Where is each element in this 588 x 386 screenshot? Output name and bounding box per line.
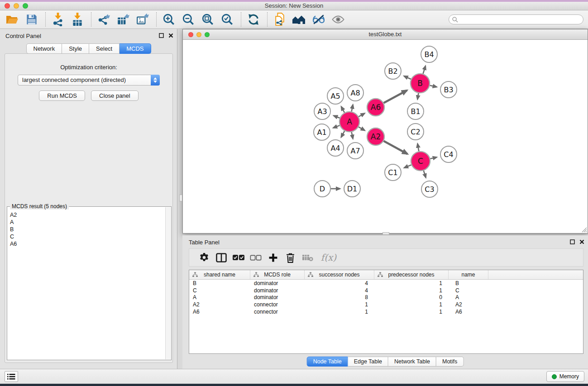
node-B1[interactable]: B1 bbox=[407, 103, 424, 119]
tab-edge-table[interactable]: Edge Table bbox=[348, 357, 388, 367]
panel-divider-grip[interactable] bbox=[382, 232, 389, 235]
table-cell[interactable]: 1 bbox=[374, 280, 449, 286]
criterion-dropdown[interactable]: largest connected component (directed) bbox=[18, 75, 160, 86]
node-D1[interactable]: D1 bbox=[344, 181, 360, 197]
node-A6[interactable]: A6 bbox=[367, 99, 384, 116]
close-window-button[interactable] bbox=[5, 3, 10, 9]
table-cell[interactable]: A2 bbox=[449, 301, 488, 308]
node-B4[interactable]: B4 bbox=[421, 46, 437, 62]
function-builder-icon[interactable]: f(x) bbox=[316, 251, 339, 264]
table-cell[interactable]: dominator bbox=[250, 287, 305, 294]
settings-gear-icon[interactable] bbox=[196, 251, 213, 264]
network-canvas[interactable]: B4B2BB3B1A6A5A8A3AA1A4A7A2C2CC4C1C3DD1 bbox=[183, 40, 588, 233]
home-icon[interactable] bbox=[292, 12, 307, 27]
column-header-shared-name[interactable]: shared name bbox=[189, 270, 250, 279]
export-network-icon[interactable] bbox=[96, 12, 111, 27]
table-cell[interactable]: B bbox=[449, 280, 488, 286]
refresh-icon[interactable] bbox=[246, 12, 261, 27]
export-table-icon[interactable] bbox=[115, 12, 131, 27]
export-image-icon[interactable] bbox=[135, 12, 150, 27]
network-window-controls[interactable] bbox=[188, 32, 210, 37]
panel-divider-grip[interactable] bbox=[179, 195, 182, 201]
result-list-item[interactable]: A6 bbox=[10, 240, 165, 248]
table-cell[interactable]: 1 bbox=[374, 287, 449, 294]
node-A3[interactable]: A3 bbox=[314, 103, 330, 119]
hide-visibility-icon[interactable] bbox=[311, 12, 326, 27]
open-folder-icon[interactable] bbox=[5, 12, 20, 27]
node-B3[interactable]: B3 bbox=[440, 81, 457, 98]
edge-C-C1[interactable] bbox=[404, 165, 411, 167]
window-controls[interactable] bbox=[5, 3, 28, 9]
table-cell[interactable]: 1 bbox=[305, 309, 374, 315]
table-cell[interactable]: A bbox=[189, 294, 250, 300]
table-cell[interactable]: 8 bbox=[305, 294, 374, 300]
table-row[interactable]: A2connector11A2 bbox=[189, 301, 583, 308]
table-cell[interactable]: A6 bbox=[189, 309, 250, 315]
edge-B-B1[interactable] bbox=[417, 93, 418, 100]
result-list-item[interactable]: A bbox=[10, 219, 165, 226]
show-panels-button[interactable] bbox=[5, 371, 18, 382]
search-box[interactable] bbox=[449, 14, 583, 24]
node-B2[interactable]: B2 bbox=[385, 63, 401, 79]
zoom-out-icon[interactable] bbox=[181, 12, 196, 27]
node-A4[interactable]: A4 bbox=[327, 140, 344, 156]
table-row[interactable]: Bdominator41B bbox=[189, 280, 583, 287]
table-cell[interactable]: dominator bbox=[250, 294, 305, 300]
table-row[interactable]: Cdominator41C bbox=[189, 287, 583, 294]
select-all-checkboxes-icon[interactable] bbox=[230, 251, 247, 264]
table-cell[interactable]: C bbox=[189, 287, 250, 294]
close-panel-icon[interactable] bbox=[168, 33, 173, 38]
table-cell[interactable]: 1 bbox=[305, 301, 374, 308]
column-header-name[interactable]: name bbox=[449, 270, 488, 279]
edge-C-C4[interactable] bbox=[430, 157, 436, 158]
table-cell[interactable]: 4 bbox=[305, 280, 374, 286]
table-cell[interactable]: 4 bbox=[305, 287, 374, 294]
table-cell[interactable]: 0 bbox=[374, 294, 449, 300]
table-cell[interactable]: dominator bbox=[250, 280, 305, 286]
node-A8[interactable]: A8 bbox=[347, 85, 363, 101]
delete-row-icon[interactable] bbox=[282, 251, 299, 264]
duplicate-network-icon[interactable] bbox=[272, 12, 287, 27]
save-icon[interactable] bbox=[24, 12, 39, 27]
close-panel-button[interactable]: Close panel bbox=[91, 91, 139, 101]
table-row[interactable]: Adominator80A bbox=[189, 294, 583, 301]
float-panel-icon[interactable] bbox=[570, 239, 575, 244]
float-panel-icon[interactable] bbox=[159, 33, 164, 38]
edge-B-B3[interactable] bbox=[430, 86, 436, 87]
deselect-all-checkboxes-icon[interactable] bbox=[247, 251, 264, 264]
edge-A-A3[interactable] bbox=[334, 116, 339, 118]
network-minimize-button[interactable] bbox=[196, 32, 201, 37]
add-row-icon[interactable] bbox=[264, 251, 282, 264]
edge-B-B4[interactable] bbox=[423, 66, 425, 74]
eye-icon[interactable] bbox=[330, 12, 346, 27]
column-header-MCDS-role[interactable]: MCDS role bbox=[250, 270, 305, 279]
node-A7[interactable]: A7 bbox=[347, 143, 363, 159]
edge-A2-C[interactable] bbox=[384, 141, 407, 154]
node-A2[interactable]: A2 bbox=[367, 128, 384, 145]
table-row[interactable]: A6connector11A6 bbox=[189, 308, 583, 315]
node-A[interactable]: A bbox=[339, 112, 359, 132]
table-cell[interactable]: 1 bbox=[374, 301, 449, 308]
node-A5[interactable]: A5 bbox=[327, 88, 344, 104]
edge-A6-B[interactable] bbox=[384, 91, 407, 103]
node-D[interactable]: D bbox=[314, 181, 330, 197]
table-cell[interactable]: A6 bbox=[449, 309, 488, 315]
zoom-in-icon[interactable] bbox=[161, 12, 177, 27]
network-close-button[interactable] bbox=[188, 32, 193, 37]
tab-network[interactable]: Network bbox=[26, 43, 62, 54]
network-zoom-button[interactable] bbox=[205, 32, 210, 37]
column-header-predecessor-nodes[interactable]: predecessor nodes bbox=[374, 270, 449, 279]
table-cell[interactable]: A bbox=[449, 294, 488, 300]
node-C1[interactable]: C1 bbox=[385, 164, 401, 181]
node-C2[interactable]: C2 bbox=[407, 124, 424, 140]
tab-style[interactable]: Style bbox=[62, 43, 89, 54]
zoom-fit-icon[interactable] bbox=[200, 12, 215, 27]
import-table-icon[interactable] bbox=[70, 12, 85, 27]
table-cell[interactable]: B bbox=[189, 280, 250, 286]
search-input[interactable] bbox=[460, 16, 583, 23]
result-list-item[interactable]: C bbox=[10, 233, 165, 240]
edge-A-A4[interactable] bbox=[341, 131, 344, 137]
node-C3[interactable]: C3 bbox=[421, 181, 438, 197]
tab-node-table[interactable]: Node Table bbox=[307, 357, 348, 367]
tab-mcds[interactable]: MCDS bbox=[120, 43, 151, 54]
